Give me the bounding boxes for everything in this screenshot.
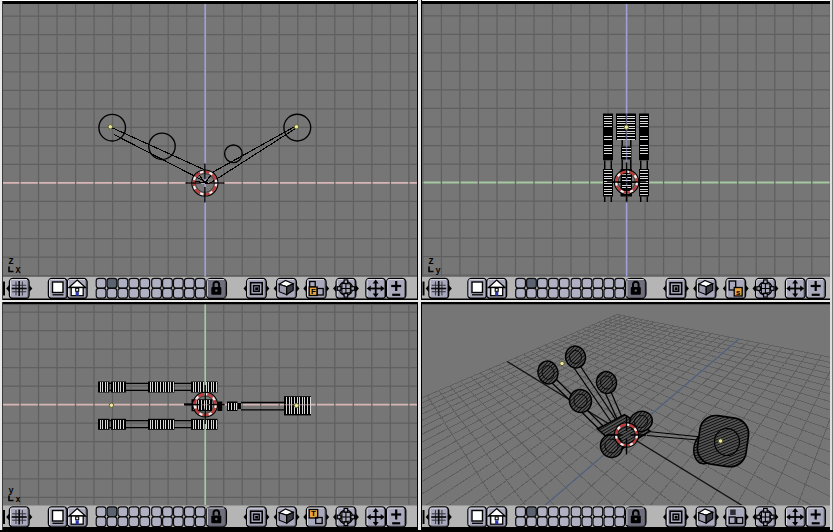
svg-text:y: y: [436, 266, 441, 276]
svg-text:Z: Z: [9, 257, 14, 267]
svg-text:F: F: [311, 287, 316, 296]
svg-text:X: X: [16, 266, 22, 276]
svg-text:y: y: [9, 486, 14, 496]
svg-text:s: s: [736, 288, 741, 297]
svg-text:Z: Z: [429, 257, 434, 267]
